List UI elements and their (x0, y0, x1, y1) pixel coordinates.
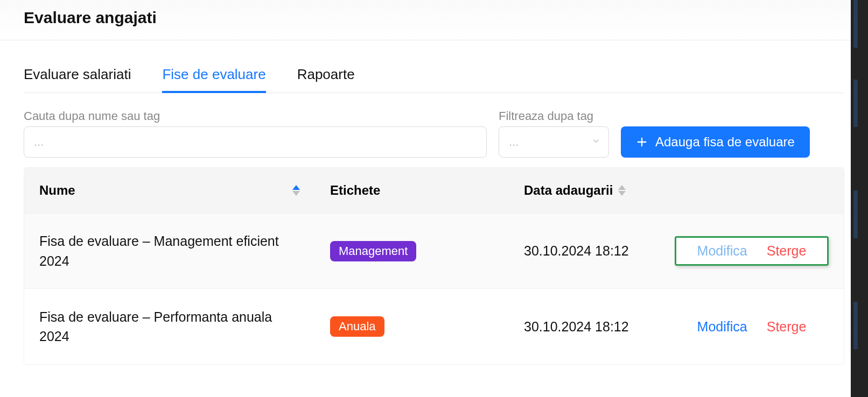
window-edge-decoration (851, 0, 868, 397)
delete-button[interactable]: Sterge (767, 243, 807, 259)
evaluations-table: Nume Etichete Data adaugarii (24, 167, 844, 365)
table-row: Fisa de evaluare – Management eficient 2… (24, 214, 844, 289)
chevron-down-icon (591, 135, 601, 149)
svg-marker-5 (618, 191, 626, 196)
filters-row: Cauta dupa nume sau tag Filtreaza dupa t… (24, 109, 844, 158)
search-input[interactable] (24, 126, 487, 158)
tag-badge: Anuala (330, 316, 384, 337)
tab-fise-de-evaluare[interactable]: Fise de evaluare (162, 62, 265, 93)
cell-date: 30.10.2024 18:12 (509, 228, 660, 274)
row-actions: Modifica Sterge (675, 312, 829, 342)
tag-badge: Management (330, 241, 416, 261)
cell-date: 30.10.2024 18:12 (509, 304, 660, 350)
tab-rapoarte[interactable]: Rapoarte (297, 62, 355, 93)
search-label: Cauta dupa nume sau tag (24, 109, 487, 123)
app-root: Evaluare angajati Evaluare salariati Fis… (0, 0, 868, 397)
cell-tags: Management (315, 226, 509, 277)
cell-actions: Modifica Sterge (660, 297, 844, 357)
svg-marker-3 (292, 191, 300, 196)
col-header-name-label: Nume (39, 183, 75, 198)
delete-button[interactable]: Sterge (767, 319, 807, 335)
edit-button[interactable]: Modifica (697, 243, 747, 259)
search-field-group: Cauta dupa nume sau tag (24, 109, 487, 158)
add-evaluation-button-label: Adauga fisa de evaluare (655, 134, 795, 150)
tab-evaluare-salariati[interactable]: Evaluare salariati (24, 62, 131, 93)
col-header-tags-label: Etichete (330, 183, 380, 198)
cell-name: Fisa de evaluare – Management eficient 2… (24, 216, 315, 286)
row-actions: Modifica Sterge (675, 236, 829, 266)
page-content: Evaluare salariati Fise de evaluare Rapo… (0, 40, 868, 397)
plus-icon (636, 136, 648, 148)
table-row: Fisa de evaluare – Performanta anuala 20… (24, 289, 844, 364)
tabs: Evaluare salariati Fise de evaluare Rapo… (24, 62, 844, 93)
col-header-tags: Etichete (315, 168, 509, 213)
col-header-date-label: Data adaugarii (524, 183, 613, 198)
tag-filter-placeholder: ... (509, 135, 519, 149)
sort-icon[interactable] (292, 185, 300, 196)
svg-marker-4 (618, 185, 626, 190)
add-evaluation-button[interactable]: Adauga fisa de evaluare (621, 126, 810, 158)
table-body: Fisa de evaluare – Management eficient 2… (24, 214, 844, 364)
col-header-actions (660, 168, 844, 213)
sort-icon[interactable] (618, 185, 626, 196)
page-title: Evaluare angajati (24, 9, 844, 27)
col-header-date[interactable]: Data adaugarii (509, 168, 660, 213)
tag-filter-label: Filtreaza dupa tag (499, 109, 609, 123)
cell-name: Fisa de evaluare – Performanta anuala 20… (24, 292, 315, 361)
page-header: Evaluare angajati (0, 0, 868, 40)
col-header-name[interactable]: Nume (24, 168, 315, 213)
svg-marker-2 (292, 185, 300, 190)
cell-actions: Modifica Sterge (660, 221, 844, 281)
tag-filter-group: Filtreaza dupa tag ... (499, 109, 609, 158)
table-header: Nume Etichete Data adaugarii (24, 168, 844, 214)
cell-tags: Anuala (315, 301, 509, 352)
tag-filter-select[interactable]: ... (499, 126, 609, 158)
edit-button[interactable]: Modifica (697, 319, 747, 335)
